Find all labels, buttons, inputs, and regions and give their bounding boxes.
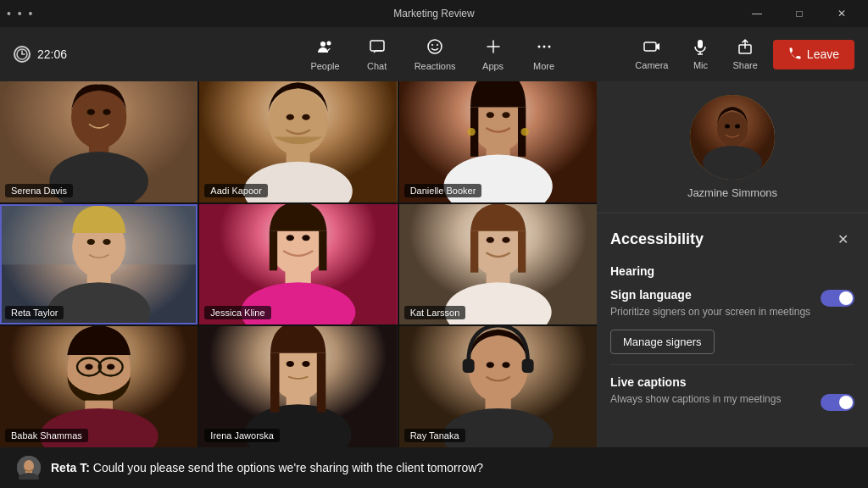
chat-button[interactable]: Chat: [353, 35, 401, 75]
sign-language-toggle-track[interactable]: [821, 290, 854, 307]
toolbar-left: 22:06: [14, 46, 300, 63]
reactions-label: Reactions: [415, 61, 456, 71]
svg-point-50: [103, 239, 110, 245]
tile-name-aadi: Aadi Kapoor: [204, 184, 268, 197]
more-icon: [536, 38, 553, 59]
svg-point-82: [287, 361, 294, 367]
svg-point-66: [502, 236, 509, 242]
tile-name-kat: Kat Larsson: [404, 306, 466, 319]
svg-point-42: [486, 112, 493, 118]
svg-rect-15: [698, 40, 703, 48]
chat-icon: [369, 38, 386, 59]
svg-point-49: [87, 239, 95, 245]
maximize-button[interactable]: □: [780, 0, 819, 27]
live-captions-row: Always show captions in my meetings: [610, 392, 854, 413]
sign-language-toggle[interactable]: [821, 290, 854, 307]
svg-point-85: [468, 336, 527, 402]
leave-button[interactable]: Leave: [773, 40, 854, 69]
camera-button[interactable]: Camera: [626, 35, 676, 74]
panel-close-button[interactable]: ✕: [831, 227, 854, 251]
live-captions-setting: Live captions Always show captions in my…: [610, 375, 854, 413]
share-label: Share: [732, 60, 757, 70]
chat-label: Chat: [367, 61, 387, 71]
people-icon: [317, 38, 334, 59]
svg-point-91: [502, 362, 509, 368]
video-tile-ray[interactable]: Ray Tanaka: [399, 326, 597, 447]
live-captions-toggle-track[interactable]: [821, 394, 854, 411]
more-button[interactable]: More: [520, 35, 568, 75]
video-tile-jessica[interactable]: Jessica Kline: [199, 204, 397, 325]
reactions-button[interactable]: Reactions: [404, 35, 466, 75]
svg-point-25: [87, 109, 95, 115]
caption-message: Could you please send the options we're …: [93, 461, 483, 474]
camera-label: Camera: [635, 60, 668, 70]
svg-point-40: [467, 128, 475, 136]
people-button[interactable]: People: [300, 35, 349, 75]
svg-point-4: [326, 41, 331, 45]
mic-button[interactable]: Mic: [683, 35, 717, 74]
svg-rect-89: [521, 359, 533, 373]
live-captions-toggle-thumb: [839, 396, 853, 409]
svg-rect-81: [317, 353, 326, 413]
video-tile-babak[interactable]: Babak Shammas: [0, 326, 198, 447]
video-tile-danielle[interactable]: Danielle Booker: [399, 81, 597, 202]
tile-name-jessica: Jessica Kline: [204, 306, 270, 319]
svg-point-57: [287, 235, 294, 241]
live-captions-text: Always show captions in my meetings: [610, 392, 814, 413]
live-captions-toggle[interactable]: [821, 394, 854, 411]
toolbar: 22:06 People Chat: [0, 27, 868, 81]
title-bar-dots: • • •: [7, 7, 34, 20]
svg-point-97: [725, 125, 730, 129]
mic-icon: [692, 38, 709, 58]
svg-point-75: [107, 364, 114, 370]
video-tile-kat[interactable]: Kat Larsson: [399, 204, 597, 325]
svg-point-43: [502, 112, 509, 118]
svg-point-3: [320, 42, 326, 47]
minimize-button[interactable]: —: [737, 0, 776, 27]
video-tile-aadi[interactable]: Aadi Kapoor: [199, 81, 397, 202]
manage-signers-button[interactable]: Manage signers: [610, 330, 715, 354]
sign-language-row: Sign language Prioritize signers on your…: [610, 288, 854, 326]
share-icon: [737, 38, 754, 58]
title-bar-title: Marketing Review: [393, 8, 474, 19]
timer-display: 22:06: [37, 47, 67, 61]
video-tile-serena[interactable]: Serena Davis: [0, 81, 198, 202]
tile-name-serena: Serena Davis: [5, 184, 73, 197]
share-button[interactable]: Share: [724, 35, 765, 74]
featured-speaker: Jazmine Simmons: [597, 81, 868, 214]
leave-phone-icon: [788, 47, 802, 63]
mic-label: Mic: [693, 60, 708, 70]
svg-rect-14: [644, 42, 656, 51]
svg-point-32: [287, 114, 294, 120]
sign-language-toggle-thumb: [839, 291, 853, 305]
sign-language-setting: Sign language Prioritize signers on your…: [610, 288, 854, 354]
caption-avatar: [17, 456, 41, 480]
svg-rect-64: [518, 230, 526, 272]
svg-point-94: [717, 112, 748, 146]
sign-language-desc: Prioritize signers on your screen in mee…: [610, 305, 814, 319]
video-tile-reta[interactable]: Reta Taylor: [0, 204, 198, 325]
apps-label: Apps: [482, 61, 504, 71]
close-button[interactable]: ✕: [822, 0, 861, 27]
panel-header: Accessibility ✕: [610, 227, 854, 251]
accessibility-panel: Accessibility ✕ Hearing Sign language Pr…: [597, 214, 868, 447]
svg-point-33: [303, 114, 310, 120]
live-captions-desc: Always show captions in my meetings: [610, 392, 814, 407]
svg-rect-56: [319, 230, 326, 270]
toolbar-right: Camera Mic Share: [568, 35, 854, 74]
svg-rect-55: [270, 230, 277, 270]
tile-name-ray: Ray Tanaka: [404, 429, 465, 442]
svg-point-83: [303, 361, 310, 367]
svg-point-29: [269, 88, 328, 155]
video-grid: Serena Davis: [0, 81, 597, 447]
svg-point-96: [703, 146, 762, 180]
main-content: Serena Davis: [0, 81, 868, 447]
svg-rect-80: [270, 353, 279, 413]
video-tile-irena[interactable]: Irena Jaworska: [199, 326, 397, 447]
tile-name-irena: Irena Jaworska: [204, 429, 280, 442]
apps-button[interactable]: Apps: [470, 35, 517, 75]
svg-point-8: [437, 44, 438, 46]
svg-point-26: [103, 109, 110, 115]
caption-text: Reta T: Could you please send the option…: [51, 461, 483, 474]
title-bar-controls: — □ ✕: [737, 0, 861, 27]
